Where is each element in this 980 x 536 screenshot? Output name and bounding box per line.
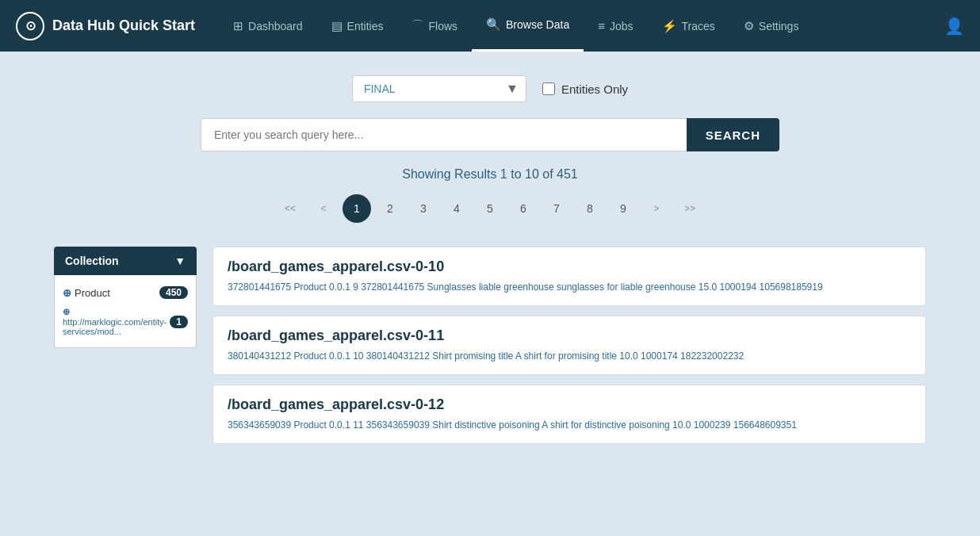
pagination-page-5[interactable]: 5 xyxy=(476,194,504,223)
pagination-page-3[interactable]: 3 xyxy=(409,194,438,223)
result-snippet-0: 372801441675 Product 0.0.1 9 37280144167… xyxy=(228,280,911,294)
collection-item-label: ⊕ Product xyxy=(63,287,110,299)
entities-icon: ▤ xyxy=(331,19,343,33)
pagination-last[interactable]: >> xyxy=(676,194,704,223)
pagination-page-1[interactable]: 1 xyxy=(343,194,371,223)
result-item-1[interactable]: /board_games_apparel.csv-0-11 3801404312… xyxy=(212,316,926,375)
sub-item-content: ⊕ http://marklogic.com/entity-services/m… xyxy=(63,307,170,336)
result-title-1: /board_games_apparel.csv-0-11 xyxy=(228,327,911,344)
result-title-2: /board_games_apparel.csv-0-12 xyxy=(228,396,911,413)
result-snippet-1: 380140431212 Product 0.0.1 10 3801404312… xyxy=(228,349,911,363)
collection-item-product[interactable]: ⊕ Product 450 xyxy=(63,283,188,302)
nav-item-dashboard[interactable]: ⊞ Dashboard xyxy=(219,0,317,52)
pagination-next[interactable]: > xyxy=(642,194,671,223)
sub-item-url: http://marklogic.com/entity-services/mod… xyxy=(63,317,167,336)
traces-icon: ⚡ xyxy=(662,19,677,33)
nav-item-jobs[interactable]: ≡ Jobs xyxy=(584,0,647,52)
collection-body: ⊕ Product 450 ⊕ http://marklogic.com/ent… xyxy=(54,275,197,348)
pagination-first[interactable]: << xyxy=(276,194,304,223)
collection-item-name: Product xyxy=(75,287,110,299)
content-area: Collection ▼ ⊕ Product 450 ⊕ http://mark… xyxy=(54,247,926,454)
collection-header[interactable]: Collection ▼ xyxy=(54,247,197,275)
nav-label-flows: Flows xyxy=(428,20,457,33)
nav-label-entities: Entities xyxy=(347,20,384,33)
collection-item-badge: 450 xyxy=(159,286,188,299)
nav-label-dashboard: Dashboard xyxy=(248,20,303,33)
nav-item-browse-data[interactable]: 🔍 Browse Data xyxy=(472,0,584,52)
pagination-page-8[interactable]: 8 xyxy=(576,194,604,223)
nav-label-settings: Settings xyxy=(759,20,799,33)
navbar: ⊙ Data Hub Quick Start ⊞ Dashboard ▤ Ent… xyxy=(0,0,980,52)
pagination-page-7[interactable]: 7 xyxy=(542,194,571,223)
brand-title: Data Hub Quick Start xyxy=(52,17,195,34)
jobs-icon: ≡ xyxy=(598,19,605,33)
nav-item-flows[interactable]: ⌒ Flows xyxy=(397,0,472,52)
top-controls: STAGING FINAL ▼ Entities Only xyxy=(352,75,628,102)
brand: ⊙ Data Hub Quick Start xyxy=(16,12,195,40)
nav-item-entities[interactable]: ▤ Entities xyxy=(317,0,398,52)
nav-label-browse-data: Browse Data xyxy=(506,18,569,31)
plus-icon: ⊕ xyxy=(63,287,71,299)
nav-item-settings[interactable]: ⚙ Settings xyxy=(729,0,813,52)
search-button[interactable]: SEARCH xyxy=(687,118,779,151)
dashboard-icon: ⊞ xyxy=(233,19,243,33)
collection-sub-item[interactable]: ⊕ http://marklogic.com/entity-services/m… xyxy=(63,302,188,339)
pagination-page-4[interactable]: 4 xyxy=(442,194,471,223)
brand-icon-symbol: ⊙ xyxy=(25,18,36,33)
pagination-prev[interactable]: < xyxy=(309,194,338,223)
database-dropdown[interactable]: STAGING FINAL xyxy=(352,75,526,102)
nav-item-traces[interactable]: ⚡ Traces xyxy=(648,0,729,52)
settings-icon: ⚙ xyxy=(744,19,754,33)
collection-label: Collection xyxy=(65,255,119,267)
search-bar: SEARCH xyxy=(201,118,779,151)
main-content: STAGING FINAL ▼ Entities Only SEARCH Sho… xyxy=(0,52,980,469)
collection-sub-row: ⊕ http://marklogic.com/entity-services/m… xyxy=(63,307,188,336)
pagination-page-9[interactable]: 9 xyxy=(609,194,637,223)
database-dropdown-wrapper: STAGING FINAL ▼ xyxy=(352,75,526,102)
results-summary: Showing Results 1 to 10 of 451 xyxy=(402,167,577,182)
results-list: /board_games_apparel.csv-0-10 3728014416… xyxy=(212,247,926,454)
entities-only-checkbox[interactable] xyxy=(542,82,555,95)
pagination-page-2[interactable]: 2 xyxy=(376,194,404,223)
entities-only-label: Entities Only xyxy=(561,82,628,96)
browse-data-icon: 🔍 xyxy=(486,17,501,32)
sub-item-badge: 1 xyxy=(170,316,188,328)
user-icon[interactable]: 👤 xyxy=(944,17,964,36)
collection-chevron-icon: ▼ xyxy=(174,255,186,267)
result-snippet-2: 356343659039 Product 0.0.1 11 3563436590… xyxy=(228,418,911,432)
search-input[interactable] xyxy=(201,118,687,151)
pagination: << < 1 2 3 4 5 6 7 8 9 > >> xyxy=(276,194,704,223)
entities-only-checkbox-wrapper[interactable]: Entities Only xyxy=(542,82,628,96)
nav-items: ⊞ Dashboard ▤ Entities ⌒ Flows 🔍 Browse … xyxy=(219,0,944,52)
nav-label-jobs: Jobs xyxy=(610,20,634,33)
brand-icon: ⊙ xyxy=(16,12,44,40)
flows-icon: ⌒ xyxy=(412,18,423,33)
result-item-0[interactable]: /board_games_apparel.csv-0-10 3728014416… xyxy=(212,247,926,306)
sidebar: Collection ▼ ⊕ Product 450 ⊕ http://mark… xyxy=(54,247,197,454)
nav-label-traces: Traces xyxy=(682,20,715,33)
result-item-2[interactable]: /board_games_apparel.csv-0-12 3563436590… xyxy=(212,385,926,444)
result-title-0: /board_games_apparel.csv-0-10 xyxy=(228,258,911,275)
sub-plus-icon: ⊕ xyxy=(63,307,70,316)
pagination-page-6[interactable]: 6 xyxy=(509,194,538,223)
